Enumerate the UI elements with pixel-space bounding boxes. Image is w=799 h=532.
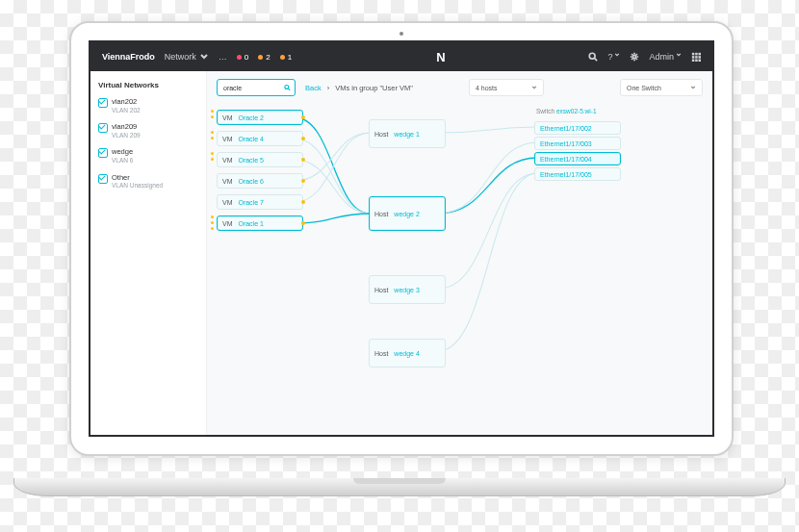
vm-node[interactable]: VM Oracle 7	[217, 194, 303, 210]
checkbox-icon[interactable]	[98, 174, 108, 184]
grid-icon[interactable]	[691, 52, 701, 62]
host-node[interactable]: Host wedge 3	[369, 275, 446, 304]
breadcrumb: VMs in group "User VM"	[335, 84, 413, 92]
search-box[interactable]	[217, 79, 296, 96]
port-node[interactable]: Ethernet1/17/004	[534, 152, 621, 165]
port-node[interactable]: Ethernet1/17/005	[534, 167, 621, 181]
camera-dot	[400, 32, 403, 36]
admin-menu[interactable]: Admin	[649, 52, 682, 62]
status-dots	[211, 152, 214, 161]
checkbox-icon[interactable]	[98, 148, 108, 158]
laptop-base	[13, 478, 786, 496]
app-screen: ViennaFrodo Network … 0 2 1 N ? Admin	[89, 40, 714, 437]
host-node[interactable]: Host wedge 4	[369, 339, 446, 367]
vm-node[interactable]: VM Oracle 5	[217, 152, 303, 167]
vm-node[interactable]: VM Oracle 6	[217, 173, 303, 189]
app-brand[interactable]: ViennaFrodo	[102, 52, 155, 62]
status-dots	[211, 215, 214, 230]
status-dot-icon	[301, 115, 305, 119]
switch-label: Switch exsw02-5.wi-1	[536, 108, 597, 114]
svg-rect-5	[692, 56, 695, 59]
topology-canvas: VM Oracle 2 VM Oracle 4 VM Oracle 5 VM O…	[217, 106, 703, 423]
status-dot-icon	[301, 179, 305, 183]
alert-badge-1[interactable]: 0	[237, 53, 248, 62]
breadcrumb-sep: ›	[327, 84, 330, 92]
chevron-down-icon	[614, 52, 620, 58]
help-menu[interactable]: ?	[607, 52, 620, 62]
sidebar-item-wedge[interactable]: wedgeVLAN 6	[98, 147, 198, 165]
sidebar-title: Virtual Networks	[98, 81, 198, 89]
sidebar-item-other[interactable]: OtherVLAN Unassigned	[98, 173, 198, 190]
sidebar-item-vlan202[interactable]: vlan202VLAN 202	[98, 97, 198, 114]
svg-point-1	[633, 55, 636, 58]
status-dot-icon	[301, 137, 305, 140]
hosts-dropdown[interactable]: 4 hosts	[469, 79, 544, 96]
svg-rect-9	[695, 60, 698, 63]
search-icon[interactable]	[284, 84, 291, 91]
svg-rect-7	[699, 56, 702, 59]
status-dot-icon	[301, 158, 305, 162]
top-nav: ViennaFrodo Network … 0 2 1 N ? Admin	[90, 42, 712, 71]
checkbox-icon[interactable]	[98, 98, 108, 108]
switch-dropdown[interactable]: One Switch	[620, 79, 703, 96]
search-input[interactable]	[221, 84, 284, 92]
chevron-down-icon	[676, 52, 682, 58]
sidebar-item-vlan209[interactable]: vlan209VLAN 209	[98, 122, 198, 139]
svg-rect-4	[699, 53, 702, 56]
svg-rect-8	[692, 60, 695, 63]
svg-rect-6	[695, 56, 698, 59]
status-dot-icon	[301, 221, 305, 225]
nav-extras[interactable]: …	[219, 52, 227, 62]
chevron-down-icon	[690, 85, 696, 90]
checkbox-icon[interactable]	[98, 123, 108, 133]
status-dots	[211, 110, 214, 118]
vm-node[interactable]: VM Oracle 4	[217, 131, 303, 146]
chevron-down-icon	[531, 85, 537, 90]
main-panel: Back › VMs in group "User VM" 4 hosts On…	[207, 71, 712, 435]
toolbar: Back › VMs in group "User VM" 4 hosts On…	[217, 79, 703, 96]
status-dot-icon	[301, 200, 305, 204]
svg-rect-10	[699, 60, 702, 63]
laptop-frame: ViennaFrodo Network … 0 2 1 N ? Admin	[69, 21, 730, 483]
svg-point-0	[590, 53, 596, 59]
nav-network[interactable]: Network	[165, 52, 209, 62]
logo: N	[301, 50, 579, 64]
gear-icon[interactable]	[630, 52, 639, 62]
host-node[interactable]: Host wedge 1	[369, 119, 446, 148]
status-dots	[211, 131, 214, 139]
svg-rect-2	[692, 53, 695, 56]
search-icon[interactable]	[588, 52, 598, 62]
host-node[interactable]: Host wedge 2	[369, 196, 446, 231]
sidebar: Virtual Networks vlan202VLAN 202 vlan209…	[90, 71, 207, 435]
svg-point-11	[285, 85, 289, 89]
port-node[interactable]: Ethernet1/17/002	[534, 121, 621, 135]
laptop-notch	[353, 478, 446, 484]
alert-badge-2[interactable]: 2	[258, 53, 270, 62]
svg-rect-3	[695, 53, 698, 56]
vm-node[interactable]: VM Oracle 1	[217, 215, 303, 231]
chevron-down-icon	[199, 52, 209, 62]
port-node[interactable]: Ethernet1/17/003	[534, 137, 621, 150]
vm-node[interactable]: VM Oracle 2	[217, 110, 303, 125]
alert-badge-3[interactable]: 1	[280, 53, 292, 62]
back-link[interactable]: Back	[305, 84, 322, 92]
screen-bezel: ViennaFrodo Network … 0 2 1 N ? Admin	[69, 21, 734, 456]
